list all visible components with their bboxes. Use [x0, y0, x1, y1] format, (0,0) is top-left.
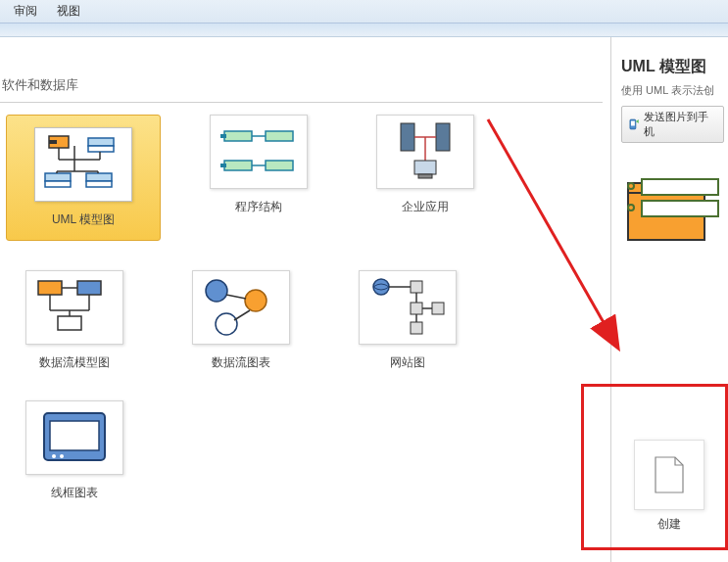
template-label: 企业应用	[402, 199, 449, 215]
svg-rect-30	[38, 281, 62, 295]
svg-point-56	[60, 454, 64, 458]
template-thumb-wireframe	[25, 400, 123, 475]
svg-rect-24	[401, 123, 414, 151]
svg-rect-2	[88, 138, 114, 146]
svg-rect-10	[86, 173, 112, 181]
svg-rect-46	[411, 281, 422, 293]
preview-title: UML 模型图	[621, 57, 724, 77]
template-label: 程序结构	[235, 199, 282, 215]
svg-rect-28	[414, 161, 436, 174]
template-grid: UML 模型图 程序结构	[0, 115, 610, 501]
svg-rect-1	[49, 140, 57, 144]
svg-rect-20	[266, 161, 293, 170]
menu-bar: 审阅 视图	[0, 0, 728, 23]
template-website-map[interactable]: 网站图	[339, 270, 476, 371]
svg-rect-54	[50, 421, 99, 450]
svg-point-44	[373, 279, 389, 295]
template-thumb-enterprise	[376, 115, 474, 189]
template-thumb-dataflow-model	[25, 270, 123, 345]
template-thumb-program	[210, 115, 308, 189]
uml-diagram-icon	[39, 132, 127, 197]
template-label: UML 模型图	[52, 211, 115, 228]
dataflow-chart-icon	[197, 275, 285, 340]
create-label: 创建	[625, 516, 713, 533]
svg-rect-38	[58, 316, 81, 330]
svg-rect-9	[45, 181, 71, 187]
template-label: 数据流图表	[212, 354, 270, 371]
template-program-structure[interactable]: 程序结构	[190, 115, 327, 241]
enterprise-app-icon	[381, 119, 469, 184]
template-label: 线框图表	[51, 485, 98, 501]
svg-point-41	[216, 313, 237, 335]
wireframe-icon	[30, 405, 119, 470]
svg-rect-23	[220, 164, 226, 167]
svg-rect-25	[436, 123, 450, 151]
svg-rect-29	[418, 174, 432, 178]
svg-point-40	[245, 290, 267, 311]
template-enterprise-app[interactable]: 企业应用	[357, 115, 494, 241]
template-gallery: 软件和数据库	[0, 37, 610, 562]
template-dataflow-model[interactable]: 数据流模型图	[6, 270, 143, 371]
svg-rect-19	[224, 161, 252, 170]
template-dataflow-chart[interactable]: 数据流图表	[172, 270, 310, 371]
template-thumb-website	[359, 270, 457, 345]
svg-rect-22	[220, 134, 226, 138]
svg-rect-58	[631, 121, 635, 126]
svg-rect-3	[88, 146, 114, 152]
category-header: 软件和数据库	[0, 47, 603, 103]
template-label: 网站图	[390, 354, 425, 371]
svg-rect-31	[77, 281, 101, 295]
svg-line-43	[234, 310, 250, 320]
phone-icon	[628, 118, 640, 130]
svg-rect-8	[45, 173, 71, 181]
menu-review[interactable]: 审阅	[4, 0, 47, 23]
ribbon-strip	[0, 23, 728, 37]
main-area: 软件和数据库	[0, 37, 728, 562]
template-label: 数据流模型图	[39, 354, 110, 371]
template-thumb-uml	[34, 127, 132, 202]
svg-rect-50	[411, 322, 422, 334]
send-to-phone-button[interactable]: 发送图片到手机	[621, 106, 724, 143]
svg-point-39	[206, 280, 227, 302]
menu-view[interactable]: 视图	[47, 0, 90, 23]
template-uml-model[interactable]: UML 模型图	[6, 115, 161, 241]
svg-rect-52	[432, 303, 444, 314]
create-button[interactable]	[634, 440, 704, 510]
template-wireframe[interactable]: 线框图表	[6, 400, 143, 501]
svg-rect-17	[266, 131, 293, 141]
send-button-label: 发送图片到手机	[644, 110, 717, 139]
program-structure-icon	[215, 119, 303, 184]
blank-document-icon	[654, 455, 685, 494]
svg-rect-11	[86, 181, 112, 187]
svg-rect-48	[411, 303, 422, 314]
svg-point-55	[52, 454, 56, 458]
preview-panel: UML 模型图 使用 UML 表示法创 发送图片到手机	[610, 37, 728, 562]
preview-description: 使用 UML 表示法创	[621, 83, 724, 98]
dataflow-model-icon	[30, 275, 119, 340]
website-map-icon	[364, 275, 452, 340]
svg-rect-16	[224, 131, 252, 141]
template-thumb-dataflow-chart	[192, 270, 290, 345]
create-area: 创建	[625, 440, 713, 533]
svg-line-42	[226, 295, 246, 299]
